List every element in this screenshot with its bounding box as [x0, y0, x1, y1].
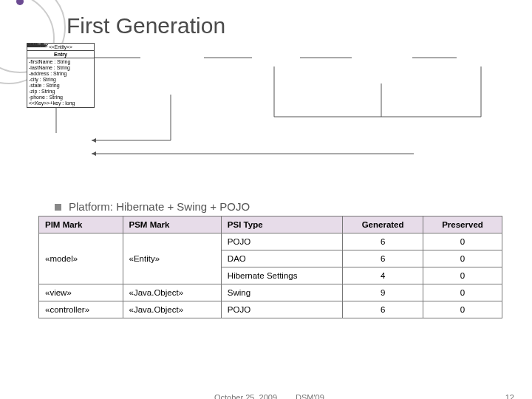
cell: 0 — [423, 267, 502, 284]
table-header-row: PIM Mark PSM Mark PSI Type Generated Pre… — [39, 216, 502, 233]
cell: 0 — [423, 284, 502, 301]
th-preserved: Preserved — [423, 216, 502, 233]
uml-class-entry: <<Entity>> Entry -firstName : String -la… — [27, 43, 95, 108]
cell: 6 — [343, 301, 423, 318]
slide: First Generation << — [0, 0, 532, 399]
cell: 6 — [343, 250, 423, 267]
footer-page: 12 — [505, 393, 514, 399]
cell: 4 — [343, 267, 423, 284]
platform-bullet: Platform: Hibernate + Swing + POJO — [55, 200, 532, 213]
cell: «Entity» — [123, 233, 221, 284]
table-row: «view» «Java.Object» Swing 9 0 — [39, 284, 502, 301]
cell: DAO — [221, 250, 342, 267]
svg-marker-15 — [92, 151, 96, 156]
cell: 0 — [423, 301, 502, 318]
footer-conference: DSM'09 — [296, 393, 324, 399]
cell: POJO — [221, 301, 342, 318]
bullet-icon — [55, 204, 61, 211]
cell: «view» — [39, 284, 123, 301]
uml-connectors — [27, 43, 510, 194]
cell: 0 — [423, 250, 502, 267]
cell: «controller» — [39, 301, 123, 318]
th-psi: PSI Type — [221, 216, 342, 233]
cell: 9 — [343, 284, 423, 301]
generation-table: PIM Mark PSM Mark PSI Type Generated Pre… — [38, 216, 502, 318]
cell: POJO — [221, 233, 342, 250]
table-row: «controller» «Java.Object» POJO 6 0 — [39, 301, 502, 318]
th-generated: Generated — [343, 216, 423, 233]
cell: «Java.Object» — [123, 284, 221, 301]
platform-text: Platform: Hibernate + Swing + POJO — [69, 200, 250, 213]
cell: Hibernate Settings — [221, 267, 342, 284]
cell: Swing — [221, 284, 342, 301]
table-row: «model» «Entity» POJO 6 0 — [39, 233, 502, 250]
cell: 0 — [423, 233, 502, 250]
footer-date: October 25, 2009 — [214, 393, 277, 399]
cell: «Java.Object» — [123, 301, 221, 318]
th-pim: PIM Mark — [39, 216, 123, 233]
th-psm: PSM Mark — [123, 216, 221, 233]
svg-marker-14 — [92, 138, 96, 143]
cell: «model» — [39, 233, 123, 284]
page-title: First Generation — [66, 13, 532, 38]
uml-diagram: <<JavaObject>> AddressBookView <<JavaObj… — [27, 43, 510, 194]
cell: 6 — [343, 233, 423, 250]
uml-role: 0..* — [27, 43, 34, 48]
